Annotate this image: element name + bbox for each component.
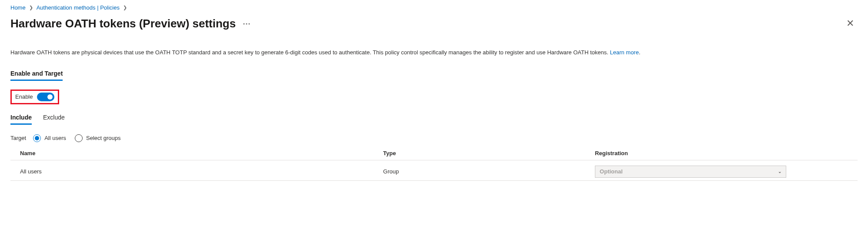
table-row: All users Group Optional ⌄ — [10, 163, 858, 181]
page-header: Hardware OATH tokens (Preview) settings … — [10, 16, 858, 31]
target-label: Target — [10, 135, 26, 141]
radio-all-users-label: All users — [44, 135, 66, 141]
tab-include[interactable]: Include — [10, 114, 32, 125]
page-title-text: Hardware OATH tokens (Preview) settings — [10, 17, 236, 30]
table-header: Name Type Registration — [10, 150, 858, 160]
select-value: Optional — [600, 168, 623, 175]
more-actions-button[interactable]: ⋯ — [243, 19, 251, 28]
radio-select-groups[interactable]: Select groups — [75, 134, 121, 142]
enable-toggle[interactable] — [37, 93, 54, 101]
radio-select-groups-label: Select groups — [86, 135, 121, 141]
column-header-type[interactable]: Type — [383, 150, 595, 156]
radio-icon — [33, 134, 41, 142]
targets-table: Name Type Registration All users Group O… — [10, 150, 858, 181]
target-row: Target All users Select groups — [10, 134, 858, 142]
column-header-name[interactable]: Name — [10, 150, 383, 156]
enable-toggle-row: Enable — [10, 90, 59, 104]
registration-select[interactable]: Optional ⌄ — [595, 166, 786, 178]
cell-name: All users — [10, 168, 383, 175]
radio-icon — [75, 134, 83, 142]
radio-all-users[interactable]: All users — [33, 134, 66, 142]
period: . — [639, 49, 641, 56]
section-enable-target: Enable and Target — [10, 70, 63, 81]
close-button[interactable]: ✕ — [843, 16, 858, 31]
tab-exclude[interactable]: Exclude — [43, 114, 65, 125]
breadcrumb: Home ❯ Authentication methods | Policies… — [10, 4, 858, 11]
breadcrumb-auth-methods[interactable]: Authentication methods | Policies — [37, 4, 120, 11]
target-radio-group: All users Select groups — [33, 134, 120, 142]
description-text: Hardware OATH tokens are physical device… — [10, 49, 610, 56]
enable-label: Enable — [15, 93, 33, 100]
chevron-right-icon: ❯ — [123, 5, 127, 10]
learn-more-link[interactable]: Learn more — [610, 49, 638, 56]
column-header-registration[interactable]: Registration — [595, 150, 858, 156]
page-description: Hardware OATH tokens are physical device… — [10, 48, 858, 57]
chevron-down-icon: ⌄ — [778, 169, 781, 174]
page-title: Hardware OATH tokens (Preview) settings … — [10, 17, 251, 30]
cell-type: Group — [383, 168, 595, 175]
include-exclude-tabs: Include Exclude — [10, 114, 858, 125]
chevron-right-icon: ❯ — [29, 5, 33, 10]
cell-registration: Optional ⌄ — [595, 166, 858, 178]
breadcrumb-home[interactable]: Home — [10, 4, 26, 11]
